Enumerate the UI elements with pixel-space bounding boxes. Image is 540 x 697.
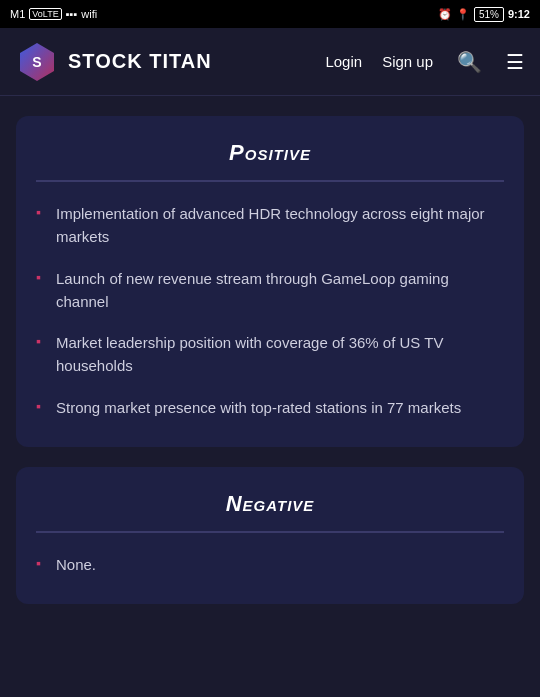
status-bar: M1 VoLTE ▪▪▪ wifi ⏰ 📍 51% 9:12 bbox=[0, 0, 540, 28]
signal-icon: ▪▪▪ bbox=[66, 8, 78, 20]
wifi-icon: wifi bbox=[81, 8, 97, 20]
nav-links: Login Sign up 🔍 ☰ bbox=[325, 50, 524, 74]
status-left: M1 VoLTE ▪▪▪ wifi bbox=[10, 8, 97, 20]
alarm-icon: ⏰ bbox=[438, 8, 452, 21]
negative-divider bbox=[36, 531, 504, 533]
list-item: Strong market presence with top-rated st… bbox=[36, 396, 504, 419]
search-icon[interactable]: 🔍 bbox=[457, 50, 482, 74]
list-item: Launch of new revenue stream through Gam… bbox=[36, 267, 504, 314]
brand-container: S STOCK TITAN bbox=[16, 41, 212, 83]
list-item: None. bbox=[36, 553, 504, 576]
negative-title: Negative bbox=[36, 491, 504, 517]
positive-section: Positive Implementation of advanced HDR … bbox=[16, 116, 524, 447]
list-item: Market leadership position with coverage… bbox=[36, 331, 504, 378]
signup-link[interactable]: Sign up bbox=[382, 53, 433, 70]
status-right: ⏰ 📍 51% 9:12 bbox=[438, 7, 530, 22]
negative-list: None. bbox=[36, 553, 504, 576]
negative-section: Negative None. bbox=[16, 467, 524, 604]
positive-list: Implementation of advanced HDR technolog… bbox=[36, 202, 504, 419]
carrier-label: M1 bbox=[10, 8, 25, 20]
main-content: Positive Implementation of advanced HDR … bbox=[0, 116, 540, 644]
location-icon: 📍 bbox=[456, 8, 470, 21]
positive-divider bbox=[36, 180, 504, 182]
login-link[interactable]: Login bbox=[325, 53, 362, 70]
volte-badge: VoLTE bbox=[29, 8, 61, 20]
brand-name: STOCK TITAN bbox=[68, 50, 212, 73]
svg-text:S: S bbox=[32, 54, 41, 70]
battery-indicator: 51% bbox=[474, 7, 504, 22]
positive-title: Positive bbox=[36, 140, 504, 166]
menu-icon[interactable]: ☰ bbox=[506, 50, 524, 74]
list-item: Implementation of advanced HDR technolog… bbox=[36, 202, 504, 249]
navbar: S STOCK TITAN Login Sign up 🔍 ☰ bbox=[0, 28, 540, 96]
clock-time: 9:12 bbox=[508, 8, 530, 20]
brand-logo: S bbox=[16, 41, 58, 83]
